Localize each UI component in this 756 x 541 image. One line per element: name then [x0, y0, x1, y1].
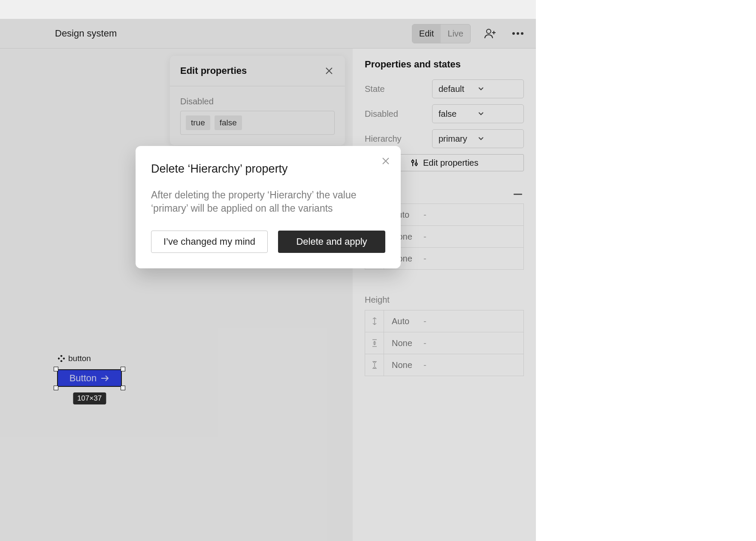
close-icon [382, 157, 390, 165]
dialog-close-button[interactable] [380, 155, 391, 167]
cancel-button[interactable]: I’ve changed my mind [151, 231, 268, 253]
dialog-title: Delete ‘Hierarchy’ property [151, 162, 385, 176]
modal-scrim[interactable] [0, 0, 536, 541]
delete-property-dialog: Delete ‘Hierarchy’ property After deleti… [136, 146, 401, 268]
app-root: Design system Edit Live [0, 0, 536, 541]
delete-and-apply-button[interactable]: Delete and apply [278, 231, 385, 253]
dialog-body: After deleting the property ‘Hierarchy’ … [151, 188, 385, 215]
dialog-actions: I’ve changed my mind Delete and apply [151, 231, 385, 253]
